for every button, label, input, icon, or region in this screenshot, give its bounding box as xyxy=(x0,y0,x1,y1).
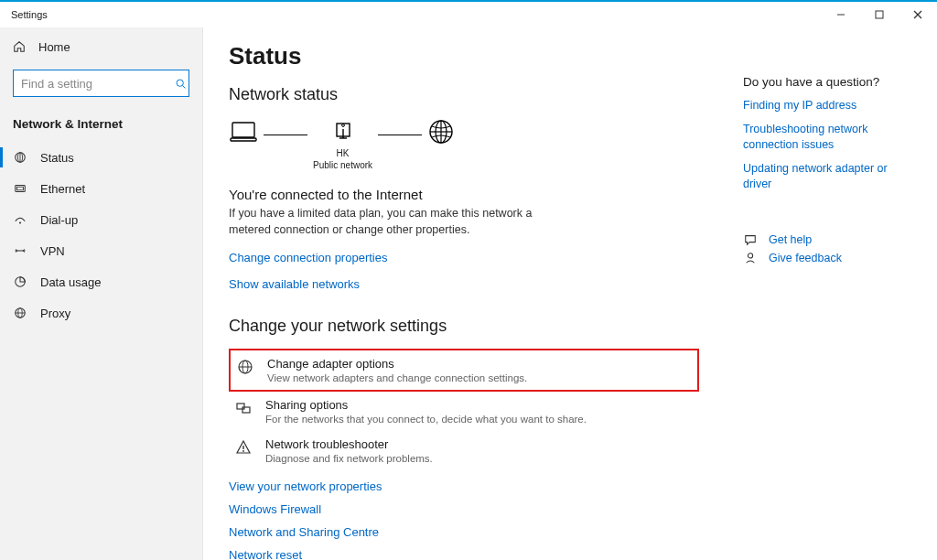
nav-dialup[interactable]: Dial-up xyxy=(0,204,202,235)
option-desc: Diagnose and fix network problems. xyxy=(265,453,694,464)
svg-point-4 xyxy=(177,80,183,86)
globe-icon: xx xyxy=(427,118,455,173)
computer-icon: xx xyxy=(229,117,258,174)
home-icon xyxy=(13,40,26,53)
give-feedback-link[interactable]: Give feedback xyxy=(769,252,842,264)
nav-ethernet[interactable]: Ethernet xyxy=(0,173,202,204)
change-settings-head: Change your network settings xyxy=(229,317,736,336)
change-adapter-options[interactable]: Change adapter options View network adap… xyxy=(229,349,699,392)
windows-firewall-link[interactable]: Windows Firewall xyxy=(229,502,736,516)
svg-rect-32 xyxy=(237,404,244,409)
ethernet-icon xyxy=(13,182,27,195)
show-available-networks-link[interactable]: Show available networks xyxy=(229,277,736,291)
help-link-driver[interactable]: Updating network adapter or driver xyxy=(743,161,919,193)
option-desc: View network adapters and change connect… xyxy=(267,372,692,383)
svg-rect-33 xyxy=(242,407,250,413)
change-connection-properties-link[interactable]: Change connection properties xyxy=(229,251,736,264)
option-title: Network troubleshooter xyxy=(265,437,694,451)
view-network-properties-link[interactable]: View your network properties xyxy=(229,479,736,493)
get-help-link[interactable]: Get help xyxy=(769,233,812,246)
minimize-button[interactable] xyxy=(822,2,860,27)
network-sharing-centre-link[interactable]: Network and Sharing Centre xyxy=(229,525,736,539)
search-icon xyxy=(175,78,187,90)
svg-rect-19 xyxy=(232,123,254,137)
nav-label: VPN xyxy=(40,244,65,258)
option-desc: For the networks that you connect to, de… xyxy=(265,414,694,425)
sidebar: Home Network & Internet Status Ethernet xyxy=(0,27,203,560)
nav-data-usage[interactable]: Data usage xyxy=(0,266,202,297)
close-button[interactable] xyxy=(899,2,937,27)
router-icon: HKPublic network xyxy=(313,120,372,171)
svg-point-24 xyxy=(341,124,344,127)
question-head: Do you have a question? xyxy=(743,75,919,89)
connected-head: You're connected to the Internet xyxy=(229,187,736,202)
home-button[interactable]: Home xyxy=(0,31,202,62)
network-diagram: xx HKPublic network xx xyxy=(229,117,736,174)
vpn-icon xyxy=(13,244,27,257)
nav-label: Ethernet xyxy=(40,182,85,196)
nav-label: Status xyxy=(40,151,74,165)
search-input[interactable] xyxy=(21,77,175,91)
give-feedback-row[interactable]: Give feedback xyxy=(743,252,919,264)
adapter-icon xyxy=(236,357,254,375)
status-icon xyxy=(13,151,27,164)
troubleshooter-icon xyxy=(234,437,253,456)
svg-rect-20 xyxy=(231,138,256,141)
help-link-trouble[interactable]: Troubleshooting network connection issue… xyxy=(743,122,919,154)
svg-point-13 xyxy=(22,250,24,252)
page-title: Status xyxy=(229,42,736,70)
dialup-icon xyxy=(13,213,27,226)
data-usage-icon xyxy=(13,275,27,288)
main-panel: Status Network status xx HKPublic networ… xyxy=(203,27,937,560)
svg-point-36 xyxy=(748,253,752,257)
svg-line-5 xyxy=(183,85,186,88)
network-type: Public network xyxy=(313,160,372,170)
sharing-options[interactable]: Sharing options For the networks that yo… xyxy=(229,392,699,431)
title-bar: Settings xyxy=(0,2,937,27)
connected-desc: If you have a limited data plan, you can… xyxy=(229,206,540,238)
home-label: Home xyxy=(38,40,70,54)
nav-vpn[interactable]: VPN xyxy=(0,235,202,266)
category-header: Network & Internet xyxy=(0,108,202,142)
nav-label: Data usage xyxy=(40,275,102,289)
option-title: Change adapter options xyxy=(267,357,692,371)
proxy-icon xyxy=(13,307,27,319)
svg-rect-10 xyxy=(17,187,24,190)
router-name: HK xyxy=(337,148,350,158)
sharing-icon xyxy=(234,398,253,416)
svg-point-35 xyxy=(242,450,244,452)
svg-rect-1 xyxy=(876,11,883,18)
right-pane: Do you have a question? Finding my IP ad… xyxy=(736,27,919,560)
network-status-head: Network status xyxy=(229,85,736,104)
nav-label: Proxy xyxy=(40,307,70,320)
help-link-ip[interactable]: Finding my IP address xyxy=(743,98,919,114)
nav-proxy[interactable]: Proxy xyxy=(0,297,202,328)
maximize-button[interactable] xyxy=(860,2,899,27)
person-icon xyxy=(743,252,758,264)
get-help-row[interactable]: Get help xyxy=(743,233,919,246)
nav-status[interactable]: Status xyxy=(0,142,202,173)
network-reset-link[interactable]: Network reset xyxy=(229,548,736,560)
nav-label: Dial-up xyxy=(40,213,78,227)
option-title: Sharing options xyxy=(265,398,694,412)
svg-point-12 xyxy=(16,250,17,252)
window-title: Settings xyxy=(11,9,48,20)
network-troubleshooter[interactable]: Network troubleshooter Diagnose and fix … xyxy=(229,431,699,470)
svg-point-11 xyxy=(19,221,21,223)
chat-icon xyxy=(743,233,758,246)
search-box[interactable] xyxy=(13,70,189,97)
